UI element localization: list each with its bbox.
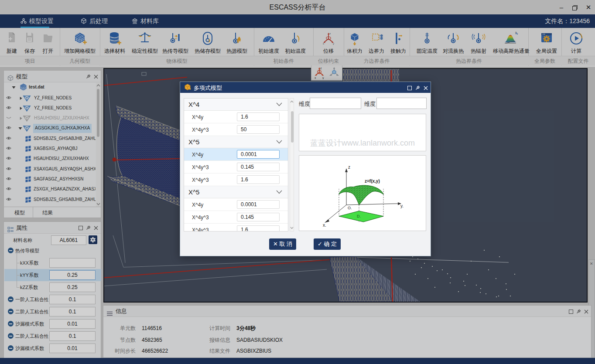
svg-text:z=f(x,y): z=f(x,y) [365, 179, 380, 184]
svg-text:x.: x. [323, 223, 326, 228]
svg-text:z: z [348, 165, 350, 170]
svg-text:D.: D. [357, 214, 361, 218]
svg-text:y.: y. [400, 204, 404, 208]
svg-text:O.: O. [348, 206, 352, 210]
